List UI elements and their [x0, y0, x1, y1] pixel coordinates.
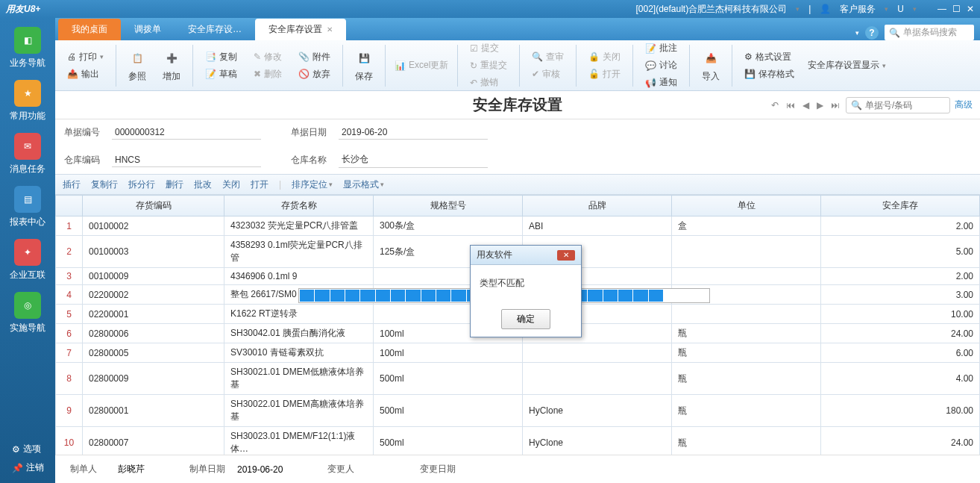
dialog-close-button[interactable]: ✕ — [557, 250, 575, 261]
progress-block — [315, 290, 329, 302]
dialog-title: 用友软件 — [477, 249, 512, 261]
dialog-ok-button[interactable]: 确定 — [501, 309, 550, 329]
progress-block — [300, 290, 314, 302]
progress-block — [406, 290, 420, 302]
dialog-message: 类型不匹配 — [471, 265, 581, 302]
progress-block — [421, 290, 436, 302]
progress-block — [664, 290, 678, 302]
progress-block — [360, 290, 374, 302]
progress-block — [679, 290, 693, 302]
progress-block — [345, 290, 359, 302]
progress-block — [451, 290, 465, 302]
progress-block — [588, 290, 602, 302]
dialog-titlebar: 用友软件 ✕ — [471, 246, 581, 265]
modal-overlay: 用友软件 ✕ 类型不匹配 确定 — [0, 0, 980, 483]
progress-block — [330, 290, 345, 302]
progress-block — [603, 290, 618, 302]
progress-block — [436, 290, 450, 302]
error-dialog: 用友软件 ✕ 类型不匹配 确定 — [470, 245, 582, 337]
progress-block — [633, 290, 647, 302]
progress-block — [618, 290, 632, 302]
progress-block — [694, 290, 709, 302]
progress-block — [391, 290, 405, 302]
progress-block — [649, 290, 663, 302]
progress-block — [376, 290, 390, 302]
